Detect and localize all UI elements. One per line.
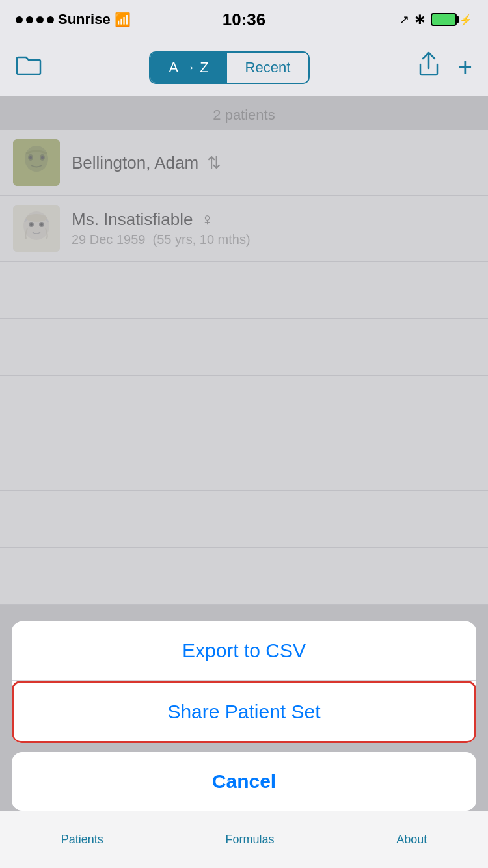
nav-bar: A → Z Recent + — [0, 39, 488, 96]
status-bar: Sunrise 📶 10:36 ↗ ✱ ⚡ — [0, 0, 488, 39]
sort-recent-button[interactable]: Recent — [227, 53, 309, 83]
carrier-name: Sunrise — [58, 11, 111, 28]
status-right: ↗ ✱ ⚡ — [400, 12, 472, 27]
wifi-icon: 📶 — [115, 12, 131, 27]
status-left: Sunrise 📶 — [16, 11, 131, 28]
tab-about[interactable]: About — [396, 833, 427, 847]
sort-az-button[interactable]: A → Z — [150, 53, 226, 83]
sort-segment-control[interactable]: A → Z Recent — [149, 51, 310, 84]
tab-bar: Patients Formulas About — [0, 811, 488, 868]
tab-patients[interactable]: Patients — [61, 833, 103, 847]
action-sheet-cancel-group: Cancel — [12, 752, 476, 811]
status-time: 10:36 — [223, 10, 266, 30]
cancel-button[interactable]: Cancel — [12, 752, 476, 811]
dot2 — [26, 16, 33, 23]
share-patient-set-button[interactable]: Share Patient Set — [12, 681, 476, 743]
tab-patients-label: Patients — [61, 833, 103, 847]
dot1 — [16, 16, 23, 23]
main-area: 2 patients — [0, 96, 488, 868]
tab-formulas-label: Formulas — [225, 833, 274, 847]
location-icon: ↗ — [400, 12, 409, 27]
signal-dots — [16, 16, 54, 23]
battery-container: ⚡ — [431, 13, 472, 26]
export-csv-button[interactable]: Export to CSV — [12, 621, 476, 680]
tab-formulas[interactable]: Formulas — [225, 833, 274, 847]
bluetooth-icon: ✱ — [414, 12, 426, 27]
folder-icon[interactable] — [16, 54, 42, 81]
dot3 — [36, 16, 44, 23]
dot4 — [47, 16, 54, 23]
battery-bolt-icon: ⚡ — [459, 14, 472, 26]
tab-about-label: About — [396, 833, 427, 847]
add-button[interactable]: + — [458, 53, 472, 81]
battery-icon — [431, 13, 457, 26]
share-icon[interactable] — [418, 51, 440, 83]
nav-right-icons: + — [418, 51, 472, 83]
action-sheet-main-group: Export to CSV Share Patient Set — [12, 621, 476, 743]
